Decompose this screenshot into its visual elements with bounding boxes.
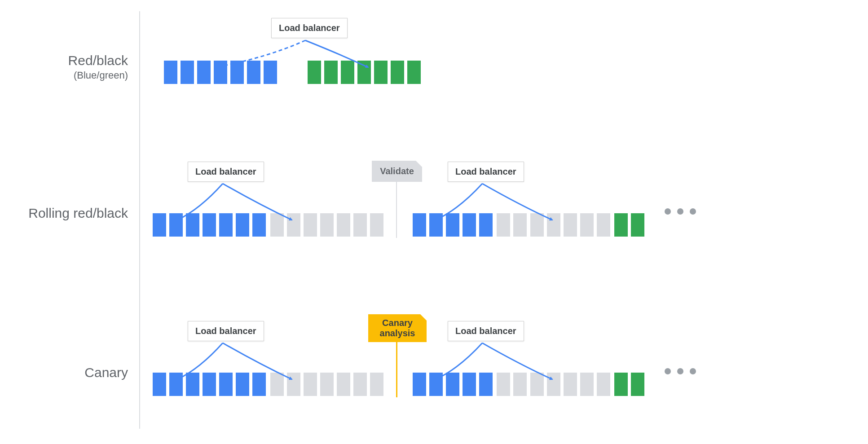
server-block [413, 213, 426, 237]
server-block [353, 213, 367, 237]
server-block [197, 61, 211, 84]
server-block [374, 61, 388, 84]
server-block [308, 61, 321, 84]
server-block [353, 373, 367, 396]
server-block [564, 373, 577, 396]
server-block [203, 373, 216, 396]
server-block [304, 213, 317, 237]
server-block [203, 213, 216, 237]
server-block [597, 213, 610, 237]
server-block [631, 213, 644, 237]
server-block [446, 373, 459, 396]
server-block [164, 61, 177, 84]
server-block [264, 61, 277, 84]
diagram-overlay [0, 0, 868, 444]
server-block [337, 213, 350, 237]
server-block [169, 373, 183, 396]
server-block [186, 213, 199, 237]
server-block [214, 61, 227, 84]
server-block [370, 213, 383, 237]
server-block [252, 213, 266, 237]
server-block [219, 373, 233, 396]
server-block [391, 61, 404, 84]
server-block [497, 373, 510, 396]
server-block [407, 61, 421, 84]
server-block [320, 213, 334, 237]
server-block [219, 213, 233, 237]
server-block [337, 373, 350, 396]
server-block [236, 213, 249, 237]
server-block [513, 373, 527, 396]
server-block [513, 213, 527, 237]
server-block [181, 61, 194, 84]
server-block [320, 373, 334, 396]
server-block [463, 373, 476, 396]
server-block [186, 373, 199, 396]
server-block [479, 373, 493, 396]
server-block [357, 61, 371, 84]
server-block [270, 373, 284, 396]
server-block [370, 373, 383, 396]
server-block [236, 373, 249, 396]
server-block [614, 213, 628, 237]
server-block [497, 213, 510, 237]
server-block [597, 373, 610, 396]
server-block [324, 61, 338, 84]
server-block [247, 61, 260, 84]
server-block [631, 373, 644, 396]
server-block [287, 373, 300, 396]
server-block [580, 213, 594, 237]
server-block [564, 213, 577, 237]
server-block [153, 373, 166, 396]
server-block [341, 61, 354, 84]
server-block [413, 373, 426, 396]
server-block [304, 373, 317, 396]
server-block [614, 373, 628, 396]
server-block [463, 213, 476, 237]
server-block [547, 373, 560, 396]
server-block [252, 373, 266, 396]
server-block [153, 213, 166, 237]
server-block [530, 213, 544, 237]
server-block [446, 213, 459, 237]
server-block [580, 373, 594, 396]
server-block [479, 213, 493, 237]
server-block [169, 213, 183, 237]
server-block [287, 213, 300, 237]
server-block [270, 213, 284, 237]
server-block [530, 373, 544, 396]
server-block [547, 213, 560, 237]
